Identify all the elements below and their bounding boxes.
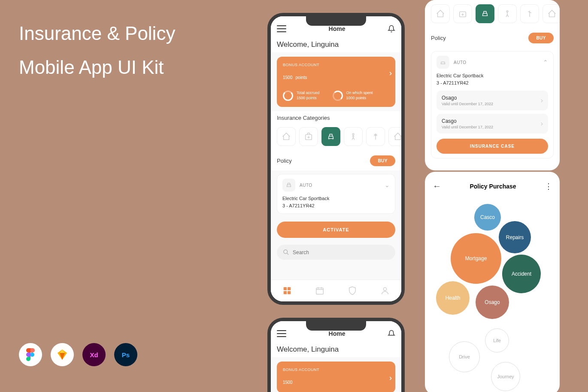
bubble-mortgage[interactable]: Mortgage xyxy=(451,233,501,284)
cat-medical[interactable] xyxy=(453,4,472,23)
ring-icon xyxy=(333,91,343,101)
svg-point-2 xyxy=(352,134,354,135)
sketch-icon xyxy=(51,343,74,366)
chevron-right-icon: › xyxy=(541,120,543,128)
cat-person[interactable] xyxy=(498,4,517,23)
svg-point-3 xyxy=(284,250,288,254)
cat-person[interactable] xyxy=(344,127,363,146)
bubble-life[interactable]: Life xyxy=(485,328,509,352)
cat-auto[interactable] xyxy=(476,4,494,23)
more-icon[interactable]: ⋮ xyxy=(545,182,552,191)
policy-card[interactable]: AUTO ⌄ Electric Car Sportback 3 - A7211Y… xyxy=(277,174,395,214)
policy-section-header: Policy BUY xyxy=(425,28,560,48)
bubble-repairs[interactable]: Repairs xyxy=(499,221,531,253)
svg-rect-5 xyxy=(288,287,291,290)
policy-item-casgo[interactable]: Casgo Valid until December 17, 2022 › xyxy=(436,114,548,134)
stat-accrued: Total accrued1500 points xyxy=(283,91,320,101)
cat-auto[interactable] xyxy=(321,127,340,146)
notch xyxy=(306,16,366,26)
bubble-health[interactable]: Health xyxy=(436,281,470,315)
notch xyxy=(306,321,366,331)
welcome-text: Welcome, Linguina xyxy=(271,37,401,52)
policy-title: Policy xyxy=(277,158,292,164)
bubble-drive[interactable]: Drive xyxy=(449,341,480,372)
nav-calendar[interactable] xyxy=(315,286,324,295)
cat-property[interactable] xyxy=(543,4,560,23)
search-icon xyxy=(283,249,289,255)
car-info: Electric Car Sportback 3 - A7211YR42 xyxy=(282,195,390,209)
chevron-up-icon[interactable]: ⌃ xyxy=(543,59,548,66)
figma-icon xyxy=(19,343,42,366)
nav-profile[interactable] xyxy=(380,286,390,295)
svg-point-11 xyxy=(506,11,508,12)
page-title: Home xyxy=(329,330,346,337)
chevron-down-icon: ⌄ xyxy=(385,182,390,188)
auto-label: AUTO xyxy=(300,183,380,188)
bubble-accident[interactable]: Accident xyxy=(502,255,541,293)
bonus-card[interactable]: BONUS ACCOUNT 1500 ›› xyxy=(277,362,395,392)
policy-card-expanded: AUTO ⌃ Electric Car Sportback 3 - A7211Y… xyxy=(431,51,554,158)
cat-medical[interactable] xyxy=(299,127,318,146)
auto-icon xyxy=(282,179,295,191)
bell-icon[interactable] xyxy=(388,330,395,337)
policy-detail-panel: Policy BUY AUTO ⌃ Electric Car Sportback… xyxy=(425,0,560,170)
categories-row xyxy=(271,125,401,151)
policy-purchase-panel: ← Policy Purchase ⋮ Casco Repairs Mortga… xyxy=(425,172,560,392)
auto-label: AUTO xyxy=(454,60,539,65)
photoshop-icon: Ps xyxy=(114,343,137,366)
menu-icon[interactable] xyxy=(277,25,286,32)
auto-icon xyxy=(436,56,449,69)
svg-rect-4 xyxy=(284,287,287,290)
bell-icon[interactable] xyxy=(388,25,395,33)
categories-row xyxy=(425,0,560,28)
insurance-case-button[interactable]: INSURANCE CASE xyxy=(436,139,548,154)
cat-home[interactable] xyxy=(431,4,450,23)
svg-point-0 xyxy=(30,352,34,357)
cat-home[interactable] xyxy=(277,127,296,146)
phone-mockup-partial: Home Welcome, Linguina BONUS ACCOUNT 150… xyxy=(267,318,405,392)
policy-section-header: Policy BUY xyxy=(271,151,401,170)
welcome-text: Welcome, Linguina xyxy=(271,342,401,357)
bubble-casco[interactable]: Casco xyxy=(474,204,501,231)
cat-travel[interactable] xyxy=(366,127,385,146)
nav-shield[interactable] xyxy=(348,286,357,295)
chevron-right-icon: › xyxy=(541,97,543,104)
buy-button[interactable]: BUY xyxy=(528,33,554,43)
search-input[interactable] xyxy=(293,249,389,255)
search-box[interactable] xyxy=(277,245,395,260)
svg-rect-6 xyxy=(284,291,287,294)
policy-title: Policy xyxy=(431,35,446,41)
categories-title: Insurance Categories xyxy=(271,111,401,125)
ring-icon xyxy=(283,91,293,101)
page-title: Home xyxy=(329,25,346,32)
svg-point-9 xyxy=(383,288,386,291)
activate-button[interactable]: ACTIVATE xyxy=(277,222,395,238)
car-info: Electric Car Sportback 3 - A7211YR42 xyxy=(436,72,548,86)
bottom-nav xyxy=(271,280,401,301)
bubble-osago[interactable]: Osago xyxy=(476,286,509,319)
stat-spent: On which spent1000 points xyxy=(333,91,373,101)
buy-button[interactable]: BUY xyxy=(370,155,395,166)
bonus-points: 1500 points xyxy=(283,69,389,82)
bubble-journey[interactable]: Journey xyxy=(491,362,520,391)
phone-mockup-main: Home Welcome, Linguina BONUS ACCOUNT 150… xyxy=(267,13,405,305)
purchase-title: Policy Purchase xyxy=(470,183,516,190)
svg-rect-7 xyxy=(288,291,291,294)
tool-icons-row: Xd Ps xyxy=(19,343,137,366)
bonus-label: BONUS ACCOUNT xyxy=(283,63,389,67)
menu-icon[interactable] xyxy=(277,330,286,337)
cat-property[interactable] xyxy=(388,127,401,146)
bubble-chart: Casco Repairs Mortgage Accident Health O… xyxy=(425,200,560,380)
purchase-header: ← Policy Purchase ⋮ xyxy=(425,172,560,195)
promo-title: Insurance & Policy Mobile App UI Kit xyxy=(19,16,175,84)
nav-grid[interactable] xyxy=(282,286,292,295)
xd-icon: Xd xyxy=(82,343,106,366)
svg-rect-8 xyxy=(316,288,324,295)
bonus-card[interactable]: BONUS ACCOUNT 1500 points ›› Total accru… xyxy=(277,57,395,107)
policy-item-osago[interactable]: Osago Valid until December 17, 2022 › xyxy=(436,91,548,110)
back-icon[interactable]: ← xyxy=(433,181,441,191)
cat-travel[interactable] xyxy=(520,4,539,23)
